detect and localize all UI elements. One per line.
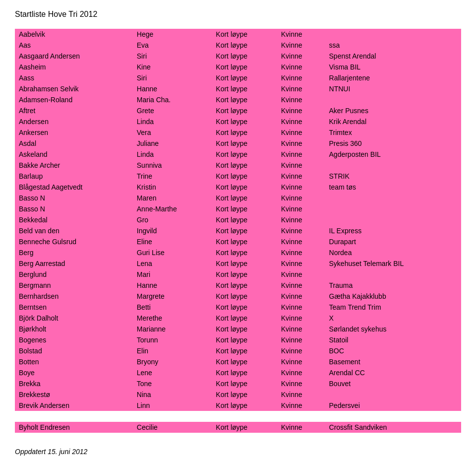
cell-first: Elin	[133, 345, 212, 356]
cell-gender: Kvinne	[277, 51, 325, 62]
table-row: Bakke Archer Sunniva Kort løype Kvinne	[15, 160, 461, 171]
cell-gender: Kvinne	[277, 62, 325, 72]
cell-team	[325, 29, 461, 40]
cell-gender: Kvinne	[277, 334, 325, 345]
cell-last: Brekkestø	[15, 389, 133, 400]
cell-first: Gro	[133, 214, 212, 225]
cell-gender: Kvinne	[277, 247, 325, 258]
cell-team	[325, 94, 461, 105]
cell-gender: Kvinne	[277, 378, 325, 389]
cell-race: Kort løype	[212, 247, 277, 258]
cell-first: Marianne	[133, 324, 212, 334]
cell-team: Visma BIL	[325, 62, 461, 72]
cell-first: Maria Cha.	[133, 94, 212, 105]
cell-first: Lene	[133, 367, 212, 378]
cell-first: Margrete	[133, 291, 212, 302]
cell-team	[325, 160, 461, 171]
cell-first: Eva	[133, 40, 212, 51]
cell-team	[325, 269, 461, 280]
cell-first: Ingvild	[133, 225, 212, 236]
main-table-container: Aabelvik Hege Kort løype Kvinne Aas Eva …	[15, 29, 461, 433]
table-row: Aasheim Kine Kort løype Kvinne Visma BIL	[15, 62, 461, 72]
cell-gender: Kvinne	[277, 83, 325, 94]
cell-first: Sunniva	[133, 160, 212, 171]
cell-gender: Kvinne	[277, 40, 325, 51]
cell-race: Kort løype	[212, 225, 277, 236]
cell-last: Aftret	[15, 105, 133, 116]
cell-first: Anne-Marthe	[133, 203, 212, 214]
cell-first: Linda	[133, 149, 212, 160]
cell-team: IL Express	[325, 225, 461, 236]
cell-team: STRIK	[325, 171, 461, 182]
table-row: Berg Guri Lise Kort løype Kvinne Nordea	[15, 247, 461, 258]
cell-first: Kine	[133, 62, 212, 72]
cell-race: Kort løype	[212, 40, 277, 51]
table-row: Bernhardsen Margrete Kort løype Kvinne G…	[15, 291, 461, 302]
cell-team: Nordea	[325, 247, 461, 258]
cell-first: Linda	[133, 116, 212, 127]
cell-last: Botten	[15, 356, 133, 367]
cell-race: Kort løype	[212, 400, 277, 411]
cell-first: Hanne	[133, 280, 212, 291]
table-row: Botten Bryony Kort løype Kvinne Basement	[15, 356, 461, 367]
cell-race: Kort løype	[212, 302, 277, 313]
table-row: Aasgaard Andersen Siri Kort løype Kvinne…	[15, 51, 461, 62]
cell-last: Blågestad Aagetvedt	[15, 182, 133, 193]
cell-last: Björk Dalholt	[15, 313, 133, 324]
table-row: Bergmann Hanne Kort løype Kvinne Trauma	[15, 280, 461, 291]
cell-gender: Kvinne	[277, 367, 325, 378]
cell-gender: Kvinne	[277, 258, 325, 269]
cell-team: ssa	[325, 40, 461, 51]
cell-first: Bryony	[133, 356, 212, 367]
cell-first: Betti	[133, 302, 212, 313]
table-row: Berg Aarrestad Lena Kort løype Kvinne Sy…	[15, 258, 461, 269]
cell-first: Linn	[133, 400, 212, 411]
cell-race: Kort løype	[212, 182, 277, 193]
cell-first: Juliane	[133, 138, 212, 149]
cell-team: Sykehuset Telemark BIL	[325, 258, 461, 269]
cell-gender: Kvinne	[277, 149, 325, 160]
cell-team: Rallarjentene	[325, 72, 461, 83]
cell-last: Askeland	[15, 149, 133, 160]
cell-gender: Kvinne	[277, 356, 325, 367]
cell-last: Aasgaard Andersen	[15, 51, 133, 62]
cell-last: Bolstad	[15, 345, 133, 356]
cell-race: Kort løype	[212, 269, 277, 280]
cell-race: Kort løype	[212, 356, 277, 367]
table-row: Barlaup Trine Kort løype Kvinne STRIK	[15, 171, 461, 182]
cell-gender: Kvinne	[277, 94, 325, 105]
cell-race: Kort løype	[212, 127, 277, 138]
cell-team: Team Trend Trim	[325, 302, 461, 313]
cell-first: Grete	[133, 105, 212, 116]
cell-gender: Kvinne	[277, 302, 325, 313]
cell-first: Eline	[133, 236, 212, 247]
cell-race: Kort løype	[212, 160, 277, 171]
cell-first: Merethe	[133, 313, 212, 324]
footer-text: Oppdatert 15. juni 2012	[15, 448, 461, 456]
cell-team: X	[325, 313, 461, 324]
cell-gender: Kvinne	[277, 138, 325, 149]
cell-race: Kort løype	[212, 171, 277, 182]
cell-gender: Kvinne	[277, 400, 325, 411]
cell-first: Siri	[133, 51, 212, 62]
cell-race: Kort løype	[212, 203, 277, 214]
cell-first: Vera	[133, 127, 212, 138]
cell-race: Kort løype	[212, 214, 277, 225]
cell-race: Kort løype	[212, 345, 277, 356]
cell-team	[325, 203, 461, 214]
table-row: Aftret Grete Kort løype Kvinne Aker Pusn…	[15, 105, 461, 116]
cell-gender: Kvinne	[277, 422, 325, 433]
cell-race: Kort løype	[212, 149, 277, 160]
cell-gender: Kvinne	[277, 389, 325, 400]
cell-gender: Kvinne	[277, 171, 325, 182]
table-row: Adamsen-Roland Maria Cha. Kort løype Kvi…	[15, 94, 461, 105]
cell-gender: Kvinne	[277, 127, 325, 138]
participants-table: Aabelvik Hege Kort løype Kvinne Aas Eva …	[15, 29, 461, 433]
cell-last: Bogenes	[15, 334, 133, 345]
cell-last: Basso N	[15, 193, 133, 203]
cell-race: Kort løype	[212, 193, 277, 203]
cell-first: Hege	[133, 29, 212, 40]
table-row: Ankersen Vera Kort løype Kvinne Trimtex	[15, 127, 461, 138]
cell-team: NTNUI	[325, 83, 461, 94]
cell-last: Brekka	[15, 378, 133, 389]
